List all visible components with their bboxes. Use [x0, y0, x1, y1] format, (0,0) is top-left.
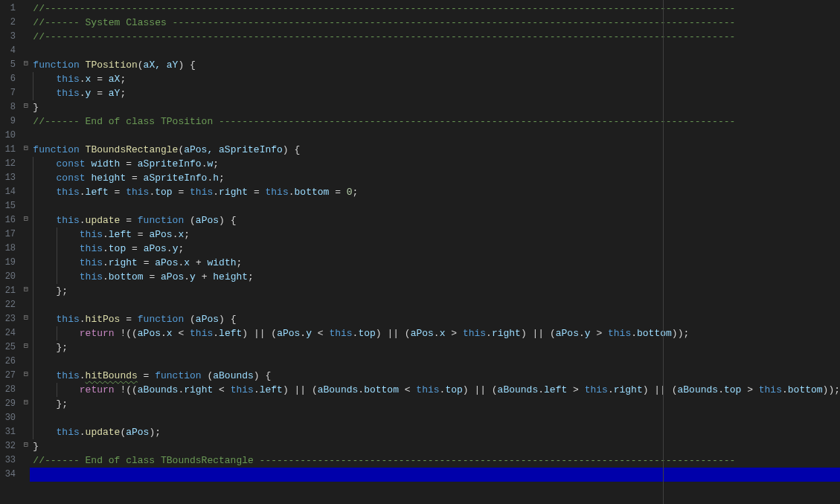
line-number: 20: [0, 270, 22, 284]
line-number: 22: [0, 298, 22, 312]
line-number: 33: [0, 453, 22, 468]
line-number: 5: [0, 58, 22, 72]
line-number: 3: [0, 30, 22, 44]
fold-marker: [22, 1, 30, 16]
code-line[interactable]: }: [30, 100, 840, 114]
code-editor[interactable]: 1234567891011121314151617181920212223242…: [0, 0, 840, 504]
code-line[interactable]: function TPosition(aX, aY) {: [30, 58, 840, 72]
code-line[interactable]: this.top = aPos.y;: [30, 242, 840, 256]
code-line[interactable]: //------ System Classes ----------------…: [30, 16, 840, 30]
code-line[interactable]: [30, 129, 840, 143]
code-line[interactable]: [30, 411, 840, 425]
line-number: 28: [0, 383, 22, 397]
fold-marker: [22, 227, 30, 242]
code-line[interactable]: this.right = aPos.x + width;: [30, 256, 840, 270]
fold-marker[interactable]: ⊟: [22, 58, 30, 72]
line-number-gutter: 1234567891011121314151617181920212223242…: [0, 0, 22, 504]
fold-marker: [22, 30, 30, 44]
line-number: 19: [0, 256, 22, 270]
fold-marker: [22, 72, 30, 86]
code-line[interactable]: return !((aPos.x < this.left) || (aPos.y…: [30, 326, 840, 340]
fold-marker: [22, 270, 30, 284]
code-line[interactable]: return !((aBounds.right < this.left) || …: [30, 383, 840, 397]
fold-marker[interactable]: ⊟: [22, 439, 30, 453]
line-number: 16: [0, 213, 22, 227]
code-area[interactable]: //--------------------------------------…: [30, 0, 840, 504]
fold-marker: [22, 86, 30, 100]
code-line[interactable]: };: [30, 397, 840, 411]
fold-marker: [22, 468, 30, 482]
line-number: 4: [0, 44, 22, 58]
fold-marker: [22, 425, 30, 439]
code-line[interactable]: const height = aSpriteInfo.h;: [30, 171, 840, 185]
code-line[interactable]: //------ End of class TBoundsRectangle -…: [30, 453, 840, 468]
fold-marker: [22, 44, 30, 58]
code-line[interactable]: const width = aSpriteInfo.w;: [30, 157, 840, 171]
code-line[interactable]: [30, 199, 840, 213]
code-line[interactable]: this.x = aX;: [30, 72, 840, 86]
fold-marker: [22, 256, 30, 270]
fold-column[interactable]: ⊟⊟⊟⊟⊟⊟⊟⊟⊟⊟: [22, 0, 30, 504]
line-number: 26: [0, 355, 22, 369]
code-line[interactable]: [30, 298, 840, 312]
code-line[interactable]: }: [30, 439, 840, 453]
code-line[interactable]: this.left = aPos.x;: [30, 227, 840, 242]
line-number: 27: [0, 369, 22, 383]
line-number: 25: [0, 340, 22, 355]
line-number: 31: [0, 425, 22, 439]
code-line[interactable]: //--------------------------------------…: [30, 30, 840, 44]
code-line[interactable]: this.bottom = aPos.y + height;: [30, 270, 840, 284]
line-number: 1: [0, 1, 22, 16]
code-line[interactable]: //--------------------------------------…: [30, 1, 840, 16]
line-number: 6: [0, 72, 22, 86]
fold-marker: [22, 171, 30, 185]
fold-marker[interactable]: ⊟: [22, 397, 30, 411]
code-line[interactable]: this.hitBounds = function (aBounds) {: [30, 369, 840, 383]
code-line[interactable]: };: [30, 284, 840, 298]
code-line[interactable]: this.y = aY;: [30, 86, 840, 100]
fold-marker: [22, 129, 30, 143]
code-line[interactable]: this.left = this.top = this.right = this…: [30, 185, 840, 199]
line-number: 15: [0, 199, 22, 213]
line-number: 11: [0, 143, 22, 157]
fold-marker: [22, 185, 30, 199]
fold-marker: [22, 16, 30, 30]
code-line[interactable]: this.update(aPos);: [30, 425, 840, 439]
fold-marker: [22, 411, 30, 425]
fold-marker: [22, 383, 30, 397]
line-number: 9: [0, 114, 22, 129]
fold-marker: [22, 453, 30, 468]
code-line[interactable]: [30, 355, 840, 369]
line-number: 32: [0, 439, 22, 453]
code-line[interactable]: [30, 468, 840, 482]
line-number: 8: [0, 100, 22, 114]
fold-marker[interactable]: ⊟: [22, 143, 30, 157]
line-number: 21: [0, 284, 22, 298]
fold-marker[interactable]: ⊟: [22, 100, 30, 114]
line-number: 13: [0, 171, 22, 185]
fold-marker: [22, 157, 30, 171]
fold-marker: [22, 326, 30, 340]
fold-marker[interactable]: ⊟: [22, 312, 30, 326]
line-number: 23: [0, 312, 22, 326]
code-line[interactable]: this.update = function (aPos) {: [30, 213, 840, 227]
line-number: 12: [0, 157, 22, 171]
line-number: 24: [0, 326, 22, 340]
code-line[interactable]: [30, 44, 840, 58]
fold-marker[interactable]: ⊟: [22, 284, 30, 298]
fold-marker: [22, 355, 30, 369]
line-number: 10: [0, 129, 22, 143]
code-line[interactable]: function TBoundsRectangle(aPos, aSpriteI…: [30, 143, 840, 157]
line-number: 17: [0, 227, 22, 242]
line-number: 30: [0, 411, 22, 425]
fold-marker[interactable]: ⊟: [22, 369, 30, 383]
code-line[interactable]: //------ End of class TPosition --------…: [30, 114, 840, 129]
line-number: 14: [0, 185, 22, 199]
code-line[interactable]: };: [30, 340, 840, 355]
line-number: 7: [0, 86, 22, 100]
fold-marker[interactable]: ⊟: [22, 340, 30, 355]
fold-marker[interactable]: ⊟: [22, 213, 30, 227]
fold-marker: [22, 298, 30, 312]
line-number: 18: [0, 242, 22, 256]
code-line[interactable]: this.hitPos = function (aPos) {: [30, 312, 840, 326]
